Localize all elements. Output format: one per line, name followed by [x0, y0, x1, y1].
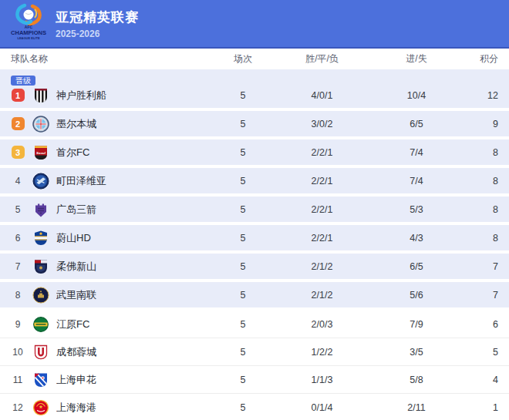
goals-for-against-value: 7/4 — [370, 176, 463, 186]
page-season: 2025-2026 — [56, 29, 139, 39]
goals-for-against-value: 2/11 — [370, 402, 463, 413]
matches-played-value: 5 — [212, 375, 274, 385]
goals-for-against-value: 5/3 — [370, 204, 463, 215]
shanghai-port-crest-icon — [32, 399, 49, 416]
team-name: 广岛三箭 — [56, 203, 212, 217]
promotion-zone-rows: 2 墨尔本城 5 3/0/2 6/5 9 3 Seoul 首尔FC 5 2/2/… — [0, 111, 509, 307]
matches-played-value: 5 — [212, 147, 274, 158]
team-row-10[interactable]: 10 成都蓉城 5 1/2/2 3/5 5 — [0, 338, 509, 366]
points-value: 8 — [463, 176, 509, 186]
goals-for-against-value: 7/4 — [370, 147, 463, 158]
team-name: 首尔FC — [56, 146, 212, 160]
promotion-badge: 晋级 — [11, 76, 35, 86]
promotion-badge-row: 晋级 — [0, 69, 509, 82]
fc-seoul-crest-icon: Seoul — [32, 144, 49, 161]
team-row-6[interactable]: 6 蔚山HD 5 2/2/1 4/3 8 — [0, 225, 509, 250]
points-value: 8 — [463, 147, 509, 158]
rank-label: 12 — [12, 402, 22, 413]
afc-champions-league-elite-logo-icon: AFC CHAMPIONS LEAGUE ELITE — [9, 3, 48, 46]
goals-for-against-value: 6/5 — [370, 119, 463, 129]
app-header: AFC CHAMPIONS LEAGUE ELITE 亚冠精英联赛 2025-2… — [0, 0, 509, 49]
goals-for-against-value: 4/3 — [370, 233, 463, 244]
vissel-kobe-crest-icon — [32, 87, 49, 104]
win-draw-loss-value: 2/1/2 — [274, 261, 370, 272]
matches-played-value: 5 — [212, 261, 274, 272]
rank-label: 11 — [13, 375, 22, 385]
gangwon-fc-crest-icon — [32, 316, 49, 333]
team-name: 蔚山HD — [56, 231, 212, 245]
column-header-points: 积分 — [463, 52, 509, 66]
column-header-goals: 进/失 — [370, 52, 463, 66]
team-row-3[interactable]: 3 Seoul 首尔FC 5 2/2/1 7/4 8 — [0, 139, 509, 165]
win-draw-loss-value: 2/2/1 — [274, 204, 370, 215]
goals-for-against-value: 10/4 — [370, 90, 463, 101]
rank-badge: 1 — [12, 89, 25, 102]
ulsan-hd-crest-icon — [32, 230, 49, 247]
team-row-2[interactable]: 2 墨尔本城 5 3/0/2 6/5 9 — [0, 111, 509, 136]
team-row-11[interactable]: 11 上海申花 5 1/1/3 5/8 4 — [0, 366, 509, 394]
win-draw-loss-value: 2/0/3 — [274, 319, 370, 330]
points-value: 4 — [463, 375, 509, 385]
team-name: 上海申花 — [56, 373, 212, 387]
win-draw-loss-value: 1/2/2 — [274, 347, 370, 358]
team-name: 上海海港 — [56, 401, 212, 415]
team-row-5[interactable]: 5 广岛三箭 5 2/2/1 5/3 8 — [0, 197, 509, 222]
team-name: 町田泽维亚 — [56, 174, 212, 188]
team-row-8[interactable]: 8 武里南联 5 2/1/2 5/6 7 — [0, 282, 509, 307]
win-draw-loss-value: 2/2/1 — [274, 147, 370, 158]
machida-zelvia-crest-icon — [32, 173, 49, 190]
points-value: 5 — [463, 347, 509, 358]
win-draw-loss-value: 1/1/3 — [274, 375, 370, 385]
rank-label: 10 — [12, 347, 22, 358]
rank-label: 8 — [15, 290, 21, 301]
rank-label: 4 — [15, 176, 21, 186]
win-draw-loss-value: 0/1/4 — [274, 402, 370, 413]
rank-label: 7 — [15, 261, 21, 272]
points-value: 7 — [463, 290, 509, 301]
rank-badge: 2 — [12, 117, 25, 130]
matches-played-value: 5 — [212, 347, 274, 358]
goals-for-against-value: 5/6 — [370, 290, 463, 301]
svg-text:Seoul: Seoul — [36, 150, 46, 154]
goals-for-against-value: 3/5 — [370, 347, 463, 358]
team-row-12[interactable]: 12 上海海港 5 0/1/4 2/11 1 — [0, 394, 509, 420]
team-name: 墨尔本城 — [56, 117, 212, 131]
matches-played-value: 5 — [212, 204, 274, 215]
team-row-1[interactable]: 1 神户胜利船 5 4/0/1 10/4 12 — [0, 82, 509, 108]
points-value: 7 — [463, 261, 509, 272]
svg-text:LEAGUE ELITE: LEAGUE ELITE — [17, 36, 39, 40]
buriram-united-crest-icon — [32, 287, 49, 304]
shanghai-shenhua-crest-icon — [32, 371, 49, 388]
points-value: 9 — [463, 119, 509, 129]
win-draw-loss-value: 4/0/1 — [274, 90, 370, 101]
team-row-7[interactable]: 7 柔佛新山 5 2/1/2 6/5 7 — [0, 254, 509, 279]
rank-label: 6 — [15, 233, 21, 244]
rank-label: 5 — [15, 204, 21, 215]
win-draw-loss-value: 2/1/2 — [274, 290, 370, 301]
goals-for-against-value: 5/8 — [370, 375, 463, 385]
team-row-9[interactable]: 9 江原FC 5 2/0/3 7/9 6 — [0, 311, 509, 338]
column-header-played: 场次 — [212, 52, 274, 66]
points-value: 6 — [463, 319, 509, 330]
chengdu-rongcheng-crest-icon — [32, 344, 49, 361]
team-row-4[interactable]: 4 町田泽维亚 5 2/2/1 7/4 8 — [0, 168, 509, 193]
table-header-row: 球队名称 场次 胜/平/负 进/失 积分 — [0, 49, 509, 69]
points-value: 1 — [463, 402, 509, 413]
team-name: 柔佛新山 — [56, 260, 212, 274]
regular-rows: 9 江原FC 5 2/0/3 7/9 6 10 成都蓉城 5 1/2/2 3/5… — [0, 311, 509, 420]
matches-played-value: 5 — [212, 119, 274, 129]
matches-played-value: 5 — [212, 233, 274, 244]
team-name: 江原FC — [56, 318, 212, 331]
sanfrecce-hiroshima-crest-icon — [32, 201, 49, 218]
promotion-zone-block: 晋级 1 神户胜利船 5 4/0/1 10/4 12 — [0, 69, 509, 108]
team-name: 神户胜利船 — [56, 89, 212, 102]
column-header-wdl: 胜/平/负 — [274, 52, 370, 66]
matches-played-value: 5 — [212, 402, 274, 413]
column-header-team: 球队名称 — [0, 52, 212, 66]
johor-darul-tazim-crest-icon — [32, 258, 49, 275]
win-draw-loss-value: 2/2/1 — [274, 176, 370, 186]
rank-badge: 3 — [12, 146, 25, 159]
page-title: 亚冠精英联赛 — [56, 8, 139, 26]
points-value: 8 — [463, 233, 509, 244]
matches-played-value: 5 — [212, 90, 274, 101]
